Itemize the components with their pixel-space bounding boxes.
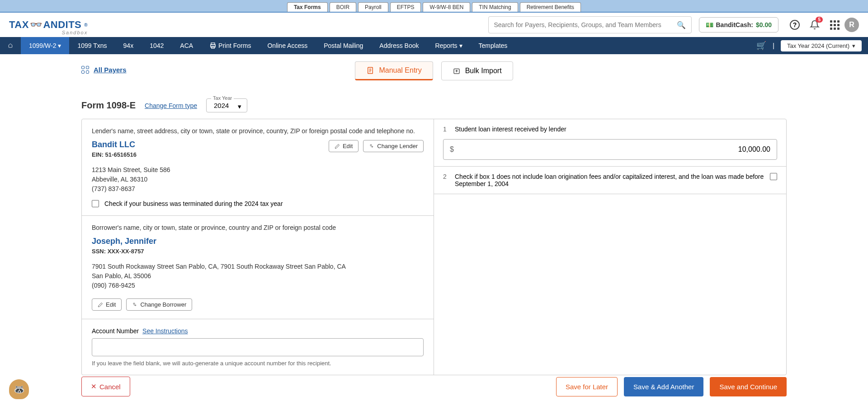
close-icon: ✕ (91, 382, 97, 391)
nav-home[interactable] (0, 37, 21, 54)
chevron-down-icon: ▾ (459, 42, 462, 49)
main-nav: 1099/W-2▾ 1099 Txns 94x 1042 ACA Print F… (0, 37, 868, 54)
year-label: Tax Year (211, 95, 234, 101)
nav-online-access[interactable]: Online Access (259, 37, 316, 54)
cart-icon[interactable]: 🛒 (756, 41, 766, 51)
tax-year-select[interactable]: Tax Year 2024 (206, 98, 247, 112)
apps-grid-icon (830, 20, 840, 30)
edit-lender-button[interactable]: Edit (329, 140, 359, 152)
mascot-icon[interactable]: 🦝 (9, 379, 29, 399)
form-title: Form 1098-E (81, 100, 136, 111)
tab-eftps[interactable]: EFTPS (390, 2, 421, 12)
bandit-cash-amount: $0.00 (756, 21, 772, 28)
home-icon (8, 42, 13, 50)
terminated-label: Check if your business was terminated du… (104, 200, 283, 207)
help-button[interactable]: ? (788, 19, 801, 31)
tab-w9w8[interactable]: W-9/W-8 BEN (423, 2, 470, 12)
help-icon: ? (790, 20, 800, 30)
edit-borrower-button[interactable]: Edit (92, 298, 122, 311)
terminated-checkbox[interactable] (92, 200, 99, 207)
tab-manual-entry[interactable]: Manual Entry (355, 61, 433, 80)
logo[interactable]: TAX 👓 ANDITS ® Sandbox (9, 19, 88, 31)
nav-94x[interactable]: 94x (115, 37, 142, 54)
borrower-name: Joseph, Jennifer (92, 237, 424, 246)
box-2-section: 2 Check if box 1 does not include loan o… (434, 167, 786, 194)
pencil-icon (98, 302, 103, 308)
save-for-later-button[interactable]: Save for Later (556, 377, 618, 396)
borrower-address-2: San Pablo, AL 35006 (92, 271, 424, 281)
box1-label: Student loan interest received by lender (455, 126, 777, 133)
bandit-cash-button[interactable]: 💵 BanditCash: $0.00 (699, 17, 779, 33)
form-header: Form 1098-E Change Form type Tax Year 20… (81, 98, 787, 112)
bandit-cash-label: BanditCash: (716, 21, 753, 28)
tab-retirement[interactable]: Retirement Benefits (520, 2, 581, 12)
nav-address-book[interactable]: Address Book (371, 37, 427, 54)
logo-post: ANDITS (43, 19, 81, 31)
box1-amount-input[interactable] (454, 145, 770, 154)
account-number-section: Account Number See Instructions If you l… (82, 319, 434, 375)
svg-point-6 (133, 303, 135, 304)
form-footer: ✕ Cancel Save for Later Save & Add Anoth… (81, 377, 787, 396)
nav-1042[interactable]: 1042 (142, 37, 172, 54)
box2-checkbox[interactable] (770, 173, 777, 180)
global-search[interactable]: 🔍 (488, 16, 692, 33)
tab-tin[interactable]: TIN Matching (472, 2, 518, 12)
lender-name: Bandit LLC (92, 140, 137, 149)
nav-1099w2[interactable]: 1099/W-2▾ (21, 37, 69, 54)
borrower-phone: (090) 768-9425 (92, 281, 424, 290)
dollar-icon: $ (450, 145, 454, 154)
nav-postal[interactable]: Postal Mailing (316, 37, 371, 54)
see-instructions-link[interactable]: See Instructions (142, 327, 188, 335)
chevron-down-icon: ▾ (58, 42, 61, 49)
nav-templates[interactable]: Templates (471, 37, 516, 54)
svg-point-5 (370, 144, 372, 146)
form-1098e-card: Lender's name, street address, city or t… (81, 119, 787, 375)
notifications-button[interactable]: 5 (808, 19, 821, 31)
box1-number: 1 (443, 126, 449, 133)
logo-glasses-icon: 👓 (30, 19, 42, 31)
box2-number: 2 (443, 173, 449, 180)
change-lender-button[interactable]: Change Lender (363, 140, 424, 152)
account-number-input[interactable] (92, 338, 424, 356)
borrower-address-1: 7901 South Rockaway Street San Pablo, CA… (92, 262, 424, 271)
lender-address-1: 1213 Main Street, Suite 586 (92, 165, 424, 175)
notification-badge: 5 (816, 17, 823, 23)
tab-boir[interactable]: BOIR (330, 2, 356, 12)
lender-ein: EIN: 51-6516516 (92, 151, 137, 158)
product-tabs: Tax Forms BOIR Payroll EFTPS W-9/W-8 BEN… (0, 0, 868, 13)
swap-icon (132, 302, 137, 308)
app-header: TAX 👓 ANDITS ® Sandbox 🔍 💵 BanditCash: $… (0, 13, 868, 37)
pencil-icon (335, 144, 340, 149)
nav-reports[interactable]: Reports▾ (427, 37, 471, 54)
borrower-ssn: SSN: XXX-XX-8757 (92, 248, 424, 255)
search-icon[interactable]: 🔍 (677, 21, 686, 29)
nav-print-forms[interactable]: Print Forms (201, 37, 259, 54)
tab-bulk-import[interactable]: Bulk Import (441, 61, 513, 80)
lender-address-2: Abbeville, AL 36310 (92, 175, 424, 184)
borrower-section: Borrower's name, city or town, state or … (82, 216, 434, 319)
printer-icon (209, 42, 217, 49)
change-borrower-button[interactable]: Change Borrower (126, 298, 192, 311)
nav-1099txns[interactable]: 1099 Txns (69, 37, 115, 54)
lender-phone: (737) 837-8637 (92, 184, 424, 194)
swap-icon (369, 144, 374, 149)
box-1-section: 1 Student loan interest received by lend… (434, 119, 786, 167)
user-avatar[interactable]: R (844, 18, 859, 32)
tab-tax-forms[interactable]: Tax Forms (287, 2, 328, 12)
save-add-another-button[interactable]: Save & Add Another (624, 377, 703, 396)
box2-label: Check if box 1 does not include loan ori… (455, 173, 764, 187)
search-input[interactable] (494, 21, 677, 28)
box1-input-wrap[interactable]: $ (443, 139, 777, 160)
account-label: Account Number (92, 327, 139, 335)
upload-icon (453, 67, 461, 75)
cash-icon: 💵 (706, 21, 713, 28)
tax-year-dropdown[interactable]: Tax Year 2024 (Current)▾ (781, 40, 862, 51)
logo-sandbox: Sandbox (62, 30, 88, 35)
logo-reg: ® (84, 23, 88, 28)
apps-button[interactable] (828, 19, 841, 31)
save-continue-button[interactable]: Save and Continue (710, 377, 787, 396)
cancel-button[interactable]: ✕ Cancel (81, 377, 130, 396)
change-form-type-link[interactable]: Change Form type (145, 102, 197, 109)
nav-aca[interactable]: ACA (172, 37, 201, 54)
tab-payroll[interactable]: Payroll (358, 2, 388, 12)
